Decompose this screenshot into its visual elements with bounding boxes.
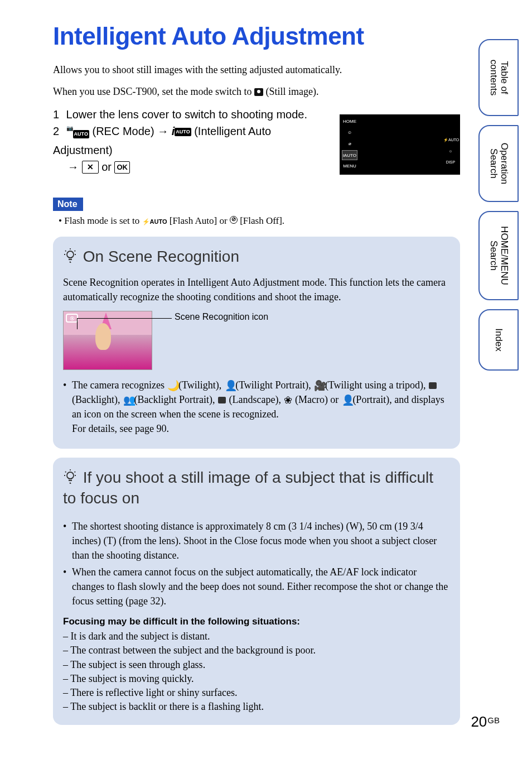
intro-paragraph-2: When you use DSC-T900, set the mode swit… [53,84,460,99]
tip1-bullet-marker: • [63,378,72,436]
flash-auto-icon: ⚡AUTO [142,218,167,225]
note-content: • Flash mode is set to ⚡AUTO [Flash Auto… [53,215,460,227]
tab-label-3: Index [494,328,504,352]
still-image-icon [254,88,263,96]
step-2-row: 2 📷AUTO (REC Mode) → iAUTO (Intelligent … [53,123,332,158]
rec-mode-icon: 📷AUTO [66,125,89,142]
focus-item-4: – There is reflective light or shiny sur… [63,686,450,700]
twilight-icon: 🌙 [167,378,175,385]
tip2-b1-text: The shortest shooting distance is approx… [72,519,450,563]
cam-iauto-btn: iAUTO [342,150,357,160]
tab-label-1: Operation Search [488,143,509,185]
scene-caption: Scene Recognition icon [175,312,268,322]
backlight-portrait-icon: 👥 [123,393,131,400]
camera-right-column: ⚡AUTO ☼ DISP [443,136,458,169]
flash-off-icon: ⊘ [230,216,238,224]
iauto-icon: AUTO [175,128,191,137]
leader-line-v [77,318,78,329]
macro-icon: ❀ [284,393,292,400]
intro-paragraph-1: Allows you to shoot still images with th… [53,63,460,78]
tip2-b1-marker: • [63,519,72,563]
backlight-icon [429,382,437,389]
tip-panel-scene-recognition: On Scene Recognition Scene Recognition o… [53,237,460,449]
tip2-b2-marker: • [63,565,72,608]
twilight-portrait-icon: 👤 [225,378,233,385]
tab-label-2: HOME/MENU Search [488,226,509,285]
cam-disp-btn: DISP [443,158,458,167]
tip1-title-text: On Scene Recognition [83,248,239,265]
focus-item-0: – It is dark and the subject is distant. [63,630,450,643]
page-number-suffix: GB [487,715,500,725]
cam-timer-btn: ⌀ [342,139,357,149]
focus-item-1: – The contrast between the subject and t… [63,643,450,657]
intro2-pre: When you use DSC-T900, set the mode swit… [53,86,254,97]
tab-operation-search[interactable]: Operation Search [478,125,519,202]
scene-figure: ⦿ Scene Recognition icon [63,311,450,370]
step-1-row: 1 Lower the lens cover to switch to shoo… [53,106,332,123]
arrow-1: → [157,125,168,137]
focus-item-2: – The subject is seen through glass. [63,658,450,672]
focusing-subheading: Focusing may be difficult in the followi… [63,616,450,627]
camera-screen-illustration: HOME ☺ ⌀ iAUTO MENU ⚡AUTO ☼ DISP [340,114,460,175]
cam-macro-btn: ☼ [443,147,458,156]
scene-sample-image: ⦿ [63,311,152,370]
tab-index[interactable]: Index [478,309,519,371]
tab-label-0: Table of contents [488,60,509,95]
cancel-x-button-glyph: ✕ [82,161,99,174]
note-label: Note [53,198,83,211]
note-a: Flash mode is set to [64,215,142,226]
page-number-value: 20 [471,713,487,730]
tip-bulb-icon-2 [63,468,79,488]
note-c: [Flash Off]. [240,215,284,226]
tip1-title-row: On Scene Recognition [63,247,450,267]
side-tabs: Table of contents Operation Search HOME/… [478,39,522,379]
tip2-title-text: If you shoot a still image of a subject … [63,469,433,507]
tip-bulb-icon [63,247,79,267]
tab-table-of-contents[interactable]: Table of contents [478,39,519,116]
svg-point-1 [67,472,74,479]
step-2-number: 2 [53,123,63,140]
landscape-icon [218,397,226,403]
ok-button-glyph: OK [114,161,130,174]
note-bullet: • [59,215,62,226]
arrow-2: → [67,161,79,173]
step-1-number: 1 [53,106,63,123]
camera-left-column: HOME ☺ ⌀ iAUTO MENU [342,117,357,172]
step-2-or: or [101,161,114,173]
tip1-bullet-text: The camera recognizes 🌙 (Twilight), 👤 (T… [72,378,450,436]
step-2a: (REC Mode) [92,125,157,137]
portrait-icon: 👤 [342,393,350,400]
tip2-title-row: If you shoot a still image of a subject … [63,468,450,508]
cam-flash-btn: ⚡AUTO [443,136,458,145]
focus-item-3: – The subject is moving quickly. [63,672,450,686]
note-b: [Flash Auto] or [170,215,230,226]
tip2-b2-text: When the camera cannot focus on the subj… [72,565,450,608]
tip-panel-difficult-focus: If you shoot a still image of a subject … [53,458,460,725]
step-2-row-cont: → ✕ or OK [53,158,332,175]
focus-dash-list: – It is dark and the subject is distant.… [63,630,450,714]
step-1-text: Lower the lens cover to switch to shooti… [66,108,307,121]
tip1-rec-a: The camera recognizes [72,379,167,391]
steps-block: 1 Lower the lens cover to switch to shoo… [53,106,332,175]
intro2-post: (Still image). [265,86,318,97]
cam-smile-btn: ☺ [342,128,357,138]
scene-recognition-badge-icon: ⦿ [66,314,78,323]
leader-line-h [77,318,172,319]
svg-point-0 [67,251,74,258]
tip2-bullets: • The shortest shooting distance is appr… [63,519,450,609]
tip1-bullet: • The camera recognizes 🌙 (Twilight), 👤 … [63,378,450,436]
cam-menu-btn: MENU [342,161,357,171]
tip1-detail: For details, see page 90. [72,423,169,434]
tip1-body: Scene Recognition operates in Intelligen… [63,275,450,304]
focus-item-5: – The subject is backlit or there is a f… [63,700,450,714]
tab-home-menu-search[interactable]: HOME/MENU Search [478,211,519,300]
page-number: 20GB [471,713,500,731]
cam-home-btn: HOME [342,117,357,127]
twilight-tripod-icon: 🎥 [314,378,322,385]
page-title: Intelligent Auto Adjustment [53,22,460,50]
party-hat-shape [100,313,112,329]
